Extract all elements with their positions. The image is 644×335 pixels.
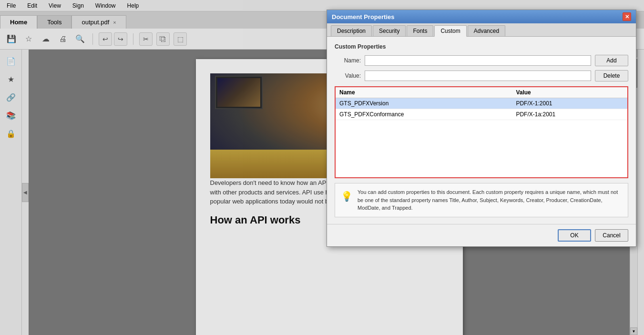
app-window: File Edit View Sign Window Help Home Too… [0,0,644,335]
ok-button[interactable]: OK [558,229,591,242]
row1-value: PDF/X-1:2001 [512,98,627,109]
name-input[interactable] [365,55,591,66]
name-label: Name: [335,57,361,64]
table-empty-area [336,120,627,177]
row1-name: GTS_PDFXVersion [336,98,512,109]
document-properties-dialog: Document Properties ✕ Description Securi… [327,10,636,247]
tab-fonts[interactable]: Fonts [407,25,433,36]
col-name-header: Name [336,87,512,98]
dialog-footer: OK Cancel [327,224,636,246]
table-row[interactable]: GTS_PDFXConformance PDF/X-1a:2001 [336,109,627,120]
table-row[interactable]: GTS_PDFXVersion PDF/X-1:2001 [336,98,627,109]
info-box: 💡 You can add custom properties to this … [335,183,628,217]
dialog-close-button[interactable]: ✕ [623,12,631,21]
dialog-titlebar: Document Properties ✕ [327,10,636,23]
dialog-title: Document Properties [332,13,394,20]
cancel-button[interactable]: Cancel [595,229,628,242]
tab-advanced[interactable]: Advanced [468,25,505,36]
value-label: Value: [335,72,361,79]
tab-custom[interactable]: Custom [434,25,466,37]
row2-value: PDF/X-1a:2001 [512,109,627,120]
col-value-header: Value [512,87,627,98]
tab-security[interactable]: Security [373,25,406,36]
dialog-content: Custom Properties Name: Add Value: Delet… [327,37,636,224]
info-text: You can add custom properties to this do… [358,188,622,212]
properties-table-container: Name Value GTS_PDFXVersion PDF/X-1:2001 … [335,86,628,178]
value-row: Value: Delete [335,70,628,81]
tab-description[interactable]: Description [331,25,372,36]
delete-button[interactable]: Delete [595,70,628,81]
value-input[interactable] [365,71,591,81]
dialog-tabs: Description Security Fonts Custom Advanc… [327,23,636,37]
row2-name: GTS_PDFXConformance [336,109,512,120]
add-button[interactable]: Add [595,55,628,66]
properties-table: Name Value GTS_PDFXVersion PDF/X-1:2001 … [336,87,627,120]
info-icon: 💡 [341,189,353,203]
section-title: Custom Properties [335,43,628,50]
name-row: Name: Add [335,55,628,66]
